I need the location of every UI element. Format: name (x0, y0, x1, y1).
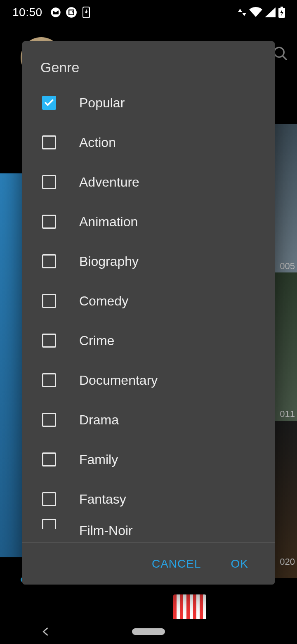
genre-item[interactable]: Family (22, 440, 275, 479)
bg-year: 011 (280, 409, 295, 419)
svg-point-0 (274, 47, 284, 57)
genre-checkbox[interactable] (42, 294, 56, 308)
genre-item[interactable]: Action (22, 123, 275, 162)
genre-label: Family (79, 452, 118, 467)
nav-back-icon[interactable] (40, 626, 52, 637)
dialog-actions: CANCEL OK (22, 542, 275, 585)
bg-year: 005 (280, 261, 295, 272)
status-bar: 10:50 5 (0, 0, 297, 25)
svg-point-2 (66, 7, 77, 18)
genre-label: Drama (79, 412, 119, 428)
wifi-badge: 5 (259, 12, 262, 17)
ok-button[interactable]: OK (223, 551, 257, 577)
bg-year: 020 (280, 556, 295, 567)
genre-dialog: Genre PopularActionAdventureAnimationBio… (22, 41, 275, 585)
bg-poster (272, 421, 297, 578)
bg-poster (272, 124, 297, 272)
genre-item[interactable]: Film-Noir (22, 519, 275, 540)
genre-label: Fantasy (79, 492, 126, 507)
genre-checkbox[interactable] (42, 519, 56, 529)
nav-home-pill[interactable] (132, 628, 165, 635)
genre-label: Adventure (79, 175, 139, 190)
sidebar-strip (0, 173, 25, 557)
genre-list[interactable]: PopularActionAdventureAnimationBiography… (22, 83, 275, 542)
genre-item[interactable]: Popular (22, 83, 275, 123)
genre-item[interactable]: Fantasy (22, 479, 275, 519)
signal-icon (265, 7, 276, 17)
bg-popcorn (173, 594, 206, 619)
genre-checkbox[interactable] (42, 334, 56, 348)
data-arrows-icon (238, 7, 247, 18)
genre-item[interactable]: Animation (22, 202, 275, 242)
genre-item[interactable]: Drama (22, 400, 275, 440)
genre-checkbox[interactable] (42, 413, 56, 427)
genre-checkbox[interactable] (42, 452, 56, 466)
genre-label: Animation (79, 214, 138, 230)
genre-label: Film-Noir (79, 519, 133, 540)
genre-label: Action (79, 135, 116, 150)
svg-line-1 (283, 56, 287, 60)
status-clock: 10:50 (12, 6, 42, 19)
genre-item[interactable]: Comedy (22, 281, 275, 321)
cancel-button[interactable]: CANCEL (144, 551, 210, 577)
bg-poster (272, 272, 297, 421)
wifi-icon: 5 (249, 7, 262, 18)
svg-rect-6 (280, 7, 283, 8)
genre-item[interactable]: Biography (22, 242, 275, 281)
battery-charging-icon (278, 7, 285, 18)
genre-item[interactable]: Documentary (22, 360, 275, 400)
genre-checkbox[interactable] (42, 492, 56, 506)
download-icon (81, 6, 91, 19)
genre-item[interactable]: Crime (22, 321, 275, 360)
system-nav-bar (0, 619, 297, 644)
genre-checkbox[interactable] (42, 254, 56, 268)
genre-label: Biography (79, 254, 139, 269)
screenshot-icon (66, 7, 77, 18)
genre-label: Documentary (79, 373, 158, 388)
search-icon[interactable] (272, 45, 289, 62)
genre-checkbox[interactable] (42, 96, 56, 110)
genre-checkbox[interactable] (42, 373, 56, 387)
genre-label: Crime (79, 333, 114, 348)
genre-item[interactable]: Adventure (22, 162, 275, 202)
genre-checkbox[interactable] (42, 215, 56, 229)
genre-checkbox[interactable] (42, 175, 56, 189)
genre-label: Comedy (79, 294, 128, 309)
genre-label: Popular (79, 95, 125, 111)
dialog-title: Genre (22, 41, 275, 83)
genre-checkbox[interactable] (42, 135, 56, 149)
gmail-icon (50, 7, 61, 18)
